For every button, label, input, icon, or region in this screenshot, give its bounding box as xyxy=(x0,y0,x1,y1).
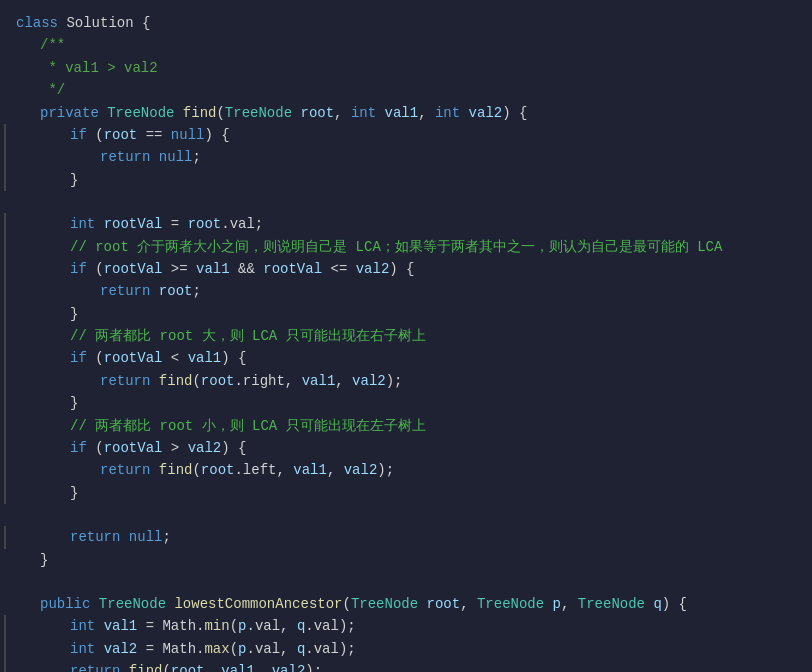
code-token: ( xyxy=(192,370,200,392)
code-token: rootVal xyxy=(104,437,163,459)
code-token: find xyxy=(159,370,193,392)
code-token xyxy=(150,459,158,481)
code-token: // 两者都比 root 大，则 LCA 只可能出现在右子树上 xyxy=(70,325,426,347)
code-token: ( xyxy=(216,102,224,124)
code-token: TreeNode xyxy=(578,593,645,615)
code-token: int xyxy=(351,102,376,124)
code-token xyxy=(166,593,174,615)
code-line: * val1 > val2 xyxy=(0,57,812,79)
code-token xyxy=(95,213,103,235)
code-token: == xyxy=(137,124,171,146)
code-token: ; xyxy=(192,146,200,168)
code-token: , xyxy=(327,459,344,481)
code-token: val2 xyxy=(344,459,378,481)
code-editor: class Solution {/** * val1 > val2 */priv… xyxy=(0,0,812,672)
code-line: } xyxy=(4,482,812,504)
code-token: ; xyxy=(192,280,200,302)
code-line: // root 介于两者大小之间，则说明自己是 LCA；如果等于两者其中之一，则… xyxy=(4,236,812,258)
code-token xyxy=(645,593,653,615)
code-line: private TreeNode find(TreeNode root, int… xyxy=(0,102,812,124)
code-token: find xyxy=(129,660,163,672)
code-token: val1 xyxy=(302,370,336,392)
code-line: */ xyxy=(0,79,812,101)
code-token: , xyxy=(561,593,578,615)
code-token: int xyxy=(435,102,460,124)
code-line xyxy=(0,504,812,526)
code-token: .val); xyxy=(305,638,355,660)
code-token: .val; xyxy=(221,213,263,235)
code-token: q xyxy=(653,593,661,615)
code-token: } xyxy=(70,392,78,414)
code-token: return xyxy=(100,280,150,302)
code-token: TreeNode xyxy=(477,593,544,615)
code-token: = Math. xyxy=(137,638,204,660)
code-token: root xyxy=(201,459,235,481)
code-token xyxy=(95,638,103,660)
code-token: rootVal xyxy=(104,213,163,235)
code-token: ); xyxy=(305,660,322,672)
code-token: ) { xyxy=(389,258,414,280)
code-token: q xyxy=(297,638,305,660)
code-line: return find(root.left, val1, val2); xyxy=(4,459,812,481)
code-token: .val, xyxy=(246,638,296,660)
code-token: ) { xyxy=(221,437,246,459)
code-token: if xyxy=(70,124,87,146)
code-token: class xyxy=(16,12,58,34)
code-token: TreeNode xyxy=(351,593,418,615)
code-token: val1 xyxy=(104,615,138,637)
code-token: val1 xyxy=(221,660,255,672)
code-token xyxy=(99,102,107,124)
code-token: return xyxy=(100,459,150,481)
code-token: , xyxy=(255,660,272,672)
code-line: return null; xyxy=(4,146,812,168)
code-content: class Solution {/** * val1 > val2 */priv… xyxy=(0,12,812,672)
code-token: find xyxy=(159,459,193,481)
code-token: public xyxy=(40,593,90,615)
code-token: ) { xyxy=(204,124,229,146)
code-token: if xyxy=(70,347,87,369)
code-token: && xyxy=(230,258,264,280)
code-token: rootVal xyxy=(104,347,163,369)
code-token: root xyxy=(171,660,205,672)
code-token: p xyxy=(238,615,246,637)
code-token: ( xyxy=(87,258,104,280)
code-line: if (rootVal < val1) { xyxy=(4,347,812,369)
code-token: } xyxy=(70,303,78,325)
code-token: ; xyxy=(162,526,170,548)
code-token: ( xyxy=(230,638,238,660)
code-token: return xyxy=(70,526,120,548)
code-token: int xyxy=(70,638,95,660)
code-token: lowestCommonAncestor xyxy=(174,593,342,615)
code-line: int val1 = Math.min(p.val, q.val); xyxy=(4,615,812,637)
code-line: } xyxy=(0,549,812,571)
code-token: ( xyxy=(342,593,350,615)
code-token: return xyxy=(100,370,150,392)
code-token: q xyxy=(297,615,305,637)
code-line: // 两者都比 root 大，则 LCA 只可能出现在右子树上 xyxy=(4,325,812,347)
code-token xyxy=(90,593,98,615)
code-line: return find(root.right, val1, val2); xyxy=(4,370,812,392)
code-token: ( xyxy=(162,660,170,672)
code-token: ) { xyxy=(662,593,687,615)
code-line: return root; xyxy=(4,280,812,302)
code-token: if xyxy=(70,258,87,280)
code-token xyxy=(120,660,128,672)
code-token: root xyxy=(159,280,193,302)
code-token: < xyxy=(162,347,187,369)
code-token: } xyxy=(40,549,48,571)
code-token: , xyxy=(460,593,477,615)
code-token: val2 xyxy=(352,370,386,392)
code-line xyxy=(0,571,812,593)
code-token: if xyxy=(70,437,87,459)
code-token: <= xyxy=(322,258,356,280)
code-token: ( xyxy=(192,459,200,481)
code-line: int rootVal = root.val; xyxy=(4,213,812,235)
code-token: ( xyxy=(230,615,238,637)
code-token: TreeNode xyxy=(99,593,166,615)
code-token: return xyxy=(70,660,120,672)
code-token: ) { xyxy=(221,347,246,369)
code-token: int xyxy=(70,615,95,637)
code-token: */ xyxy=(40,79,65,101)
code-line: if (root == null) { xyxy=(4,124,812,146)
code-token: = xyxy=(162,213,187,235)
